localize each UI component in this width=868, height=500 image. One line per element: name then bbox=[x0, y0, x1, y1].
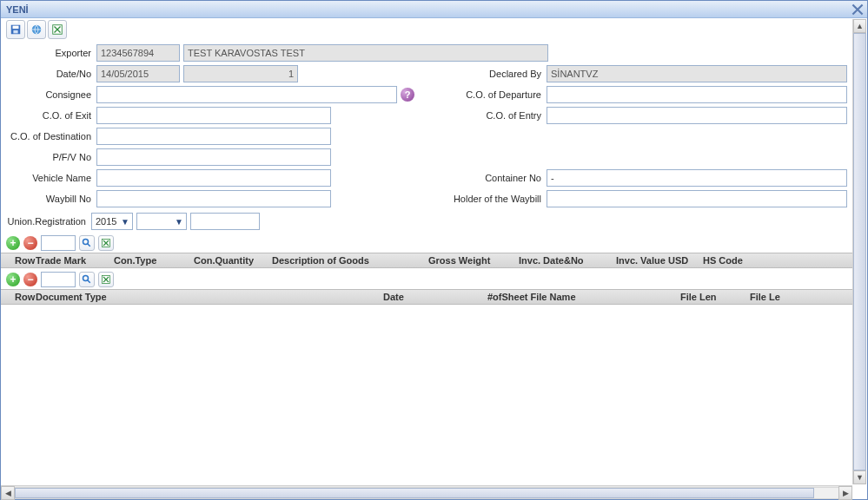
excel-export-button[interactable] bbox=[98, 272, 114, 287]
grid1-col-row[interactable]: Row bbox=[15, 255, 36, 266]
grid2-col-file-len[interactable]: File Len bbox=[680, 292, 750, 302]
date-no-label: Date/No bbox=[6, 69, 93, 79]
scroll-right-icon[interactable]: ▶ bbox=[838, 486, 852, 500]
grid2-col-date[interactable]: Date bbox=[383, 292, 487, 302]
chevron-down-icon: ▼ bbox=[120, 214, 130, 228]
grid1-toolbar: + − bbox=[1, 232, 852, 253]
grid2-header: Row Document Type Date #ofSheet File Nam… bbox=[1, 289, 852, 305]
svg-point-8 bbox=[83, 276, 89, 281]
search-button[interactable] bbox=[79, 272, 95, 287]
grid2-row-input[interactable] bbox=[41, 272, 76, 287]
delete-row-button[interactable]: − bbox=[23, 273, 37, 286]
scroll-left-icon[interactable]: ◀ bbox=[1, 486, 15, 500]
grid1-col-trade-mark[interactable]: Trade Mark bbox=[36, 255, 114, 266]
exporter-code-field[interactable]: 1234567894 bbox=[96, 44, 180, 62]
window-title: YENİ bbox=[6, 4, 29, 15]
main-toolbar bbox=[1, 18, 852, 41]
reg-year-value: 2015 bbox=[96, 216, 116, 227]
waybill-field[interactable] bbox=[96, 190, 331, 207]
scroll-v-thumb[interactable] bbox=[853, 33, 866, 470]
grid2-toolbar: + − bbox=[1, 268, 852, 289]
add-row-button[interactable]: + bbox=[6, 273, 20, 286]
scroll-down-icon[interactable]: ▼ bbox=[853, 470, 866, 484]
grid1-row-input[interactable] bbox=[41, 235, 76, 251]
save-button[interactable] bbox=[6, 20, 25, 39]
declared-by-label: Declared By bbox=[439, 69, 543, 79]
grid1-col-desc[interactable]: Description of Goods bbox=[272, 255, 428, 266]
date-field[interactable]: 14/05/2015 bbox=[96, 65, 180, 82]
horizontal-scrollbar[interactable]: ◀ ▶ bbox=[1, 485, 852, 499]
co-departure-field[interactable] bbox=[547, 86, 847, 103]
search-button[interactable] bbox=[79, 235, 95, 251]
vertical-scrollbar[interactable]: ▲ ▼ bbox=[852, 19, 866, 484]
no-field[interactable]: 1 bbox=[183, 65, 298, 82]
consignee-field[interactable] bbox=[96, 86, 397, 103]
grid2-col-file-name[interactable]: File Name bbox=[531, 292, 576, 302]
pfv-field[interactable] bbox=[96, 148, 331, 166]
co-departure-label: C.O. of Departure bbox=[439, 89, 543, 100]
titlebar: YENİ bbox=[1, 1, 867, 18]
excel-export-button[interactable] bbox=[98, 235, 114, 251]
co-entry-label: C.O. of Entry bbox=[439, 110, 543, 121]
container-field[interactable]: - bbox=[547, 169, 847, 187]
co-destination-label: C.O. of Destination bbox=[6, 131, 93, 141]
waybill-label: Waybill No bbox=[6, 194, 93, 204]
form-area: Exporter 1234567894 TEST KARAVOSTAS TEST… bbox=[1, 41, 852, 211]
scroll-h-thumb[interactable] bbox=[15, 488, 814, 498]
grid1-col-hs-code[interactable]: HS Code bbox=[703, 255, 755, 266]
grid1-col-gross-weight[interactable]: Gross Weight bbox=[428, 255, 519, 266]
scroll-up-icon[interactable]: ▲ bbox=[853, 19, 866, 33]
co-exit-label: C.O. of Exit bbox=[6, 110, 93, 121]
reg-mid-select[interactable]: ▼ bbox=[136, 213, 187, 230]
pfv-label: P/F/V No bbox=[6, 152, 93, 162]
svg-line-9 bbox=[88, 280, 90, 283]
svg-point-5 bbox=[83, 240, 89, 245]
scroll-h-track[interactable] bbox=[15, 487, 838, 499]
consignee-label: Consignee bbox=[6, 89, 93, 100]
grid2-col-doc-type[interactable]: Document Type bbox=[36, 292, 383, 302]
add-row-button[interactable]: + bbox=[6, 236, 20, 250]
grid2-col-of-sheet[interactable]: #ofSheet bbox=[487, 292, 527, 302]
co-entry-field[interactable] bbox=[547, 107, 847, 124]
svg-rect-1 bbox=[13, 26, 19, 30]
grid-body bbox=[1, 305, 852, 485]
grid1-col-usd[interactable]: USD bbox=[668, 255, 688, 266]
union-reg-label: Union.Registration bbox=[6, 216, 88, 227]
union-registration-row: Union.Registration 2015 ▼ ▼ bbox=[1, 211, 852, 232]
reg-year-select[interactable]: 2015 ▼ bbox=[91, 213, 133, 230]
grid1-col-con-qty[interactable]: Con.Quantity bbox=[194, 255, 272, 266]
vehicle-label: Vehicle Name bbox=[6, 173, 93, 183]
exporter-name-field[interactable]: TEST KARAVOSTAS TEST bbox=[183, 44, 548, 62]
grid1-col-invc-value[interactable]: Invc. Value bbox=[616, 255, 666, 266]
holder-field[interactable] bbox=[547, 190, 847, 207]
window: YENİ ▲ ▼ Exporter 1234567894 TEST KARAVO… bbox=[0, 0, 868, 500]
co-exit-field[interactable] bbox=[96, 107, 331, 124]
svg-rect-2 bbox=[13, 30, 17, 34]
scroll-v-track[interactable] bbox=[853, 33, 866, 470]
grid1-col-con-type[interactable]: Con.Type bbox=[114, 255, 194, 266]
reg-number-field[interactable] bbox=[190, 213, 260, 230]
svg-line-6 bbox=[88, 244, 90, 247]
grid1-header: Row Trade Mark Con.Type Con.Quantity Des… bbox=[1, 253, 852, 268]
declared-by-field[interactable]: SİNANTVZ bbox=[547, 65, 847, 82]
excel-button[interactable] bbox=[48, 20, 67, 39]
close-icon[interactable] bbox=[851, 3, 864, 16]
co-destination-field[interactable] bbox=[96, 128, 331, 145]
grid2-col-row[interactable]: Row bbox=[15, 292, 36, 302]
help-icon[interactable]: ? bbox=[401, 88, 414, 102]
exporter-label: Exporter bbox=[6, 48, 93, 58]
grid1-col-invc-dateno[interactable]: Invc. Date&No bbox=[519, 255, 616, 266]
container-label: Container No bbox=[439, 173, 543, 183]
chevron-down-icon: ▼ bbox=[174, 214, 184, 228]
globe-button[interactable] bbox=[27, 20, 46, 39]
grid2-col-file-le[interactable]: File Le bbox=[750, 292, 847, 302]
holder-label: Holder of the Waybill bbox=[439, 194, 543, 204]
delete-row-button[interactable]: − bbox=[23, 236, 37, 250]
vehicle-field[interactable] bbox=[96, 169, 331, 187]
